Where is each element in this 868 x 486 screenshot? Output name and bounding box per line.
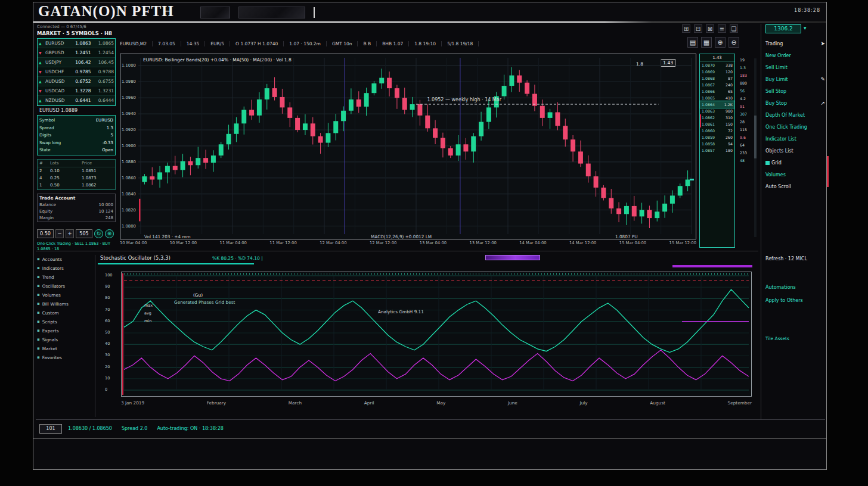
chart-toolbar-segment[interactable]: 14:35 <box>187 41 206 46</box>
oscillator-chart[interactable]: (Gu) Generated Phases Grid best Analytic… <box>121 272 752 397</box>
dom-row[interactable]: 1.086072 <box>700 127 734 134</box>
dom-row[interactable]: 1.08641.2K <box>700 101 734 108</box>
market-watch-row[interactable]: ▲EURUSD1.08631.0865 <box>38 39 115 48</box>
new-window-icon[interactable]: ❏ <box>730 24 738 33</box>
chart-toolbar-segment[interactable]: EURUSD,M2 <box>120 41 153 46</box>
dom-row[interactable]: 1.0863980 <box>700 108 734 114</box>
menu-item[interactable]: Grid <box>764 157 826 168</box>
navigator-item-label: Experts <box>42 326 59 335</box>
menu-item[interactable]: Indicator List <box>764 133 826 144</box>
oscillator-marker: avg <box>144 311 151 316</box>
dom-row[interactable]: 1.0870338 <box>700 62 734 68</box>
dom-price: 1.0863 <box>702 108 717 114</box>
menu-item[interactable]: New Order <box>764 50 826 61</box>
dom-row[interactable]: 1.086665 <box>700 88 734 95</box>
tile-icon[interactable]: ⊟ <box>694 24 702 33</box>
dom-row[interactable]: 1.0862310 <box>700 114 734 121</box>
menu-item[interactable]: Buy Limit✎ <box>764 74 826 85</box>
navigator-item[interactable]: ▪Bill Williams <box>37 300 93 309</box>
dom-row[interactable]: 1.085894 <box>700 141 734 147</box>
status-button[interactable]: 101 <box>39 424 62 434</box>
menu-item[interactable]: Trading➤ <box>764 38 826 49</box>
add-icon[interactable]: ⊕ <box>105 229 114 238</box>
dom-row[interactable]: 1.0869120 <box>700 68 734 75</box>
chart-toolbar-segment[interactable]: EUR/5 <box>210 41 230 46</box>
position-row[interactable]: 40.251.0873 <box>38 175 115 182</box>
navigator-item[interactable]: ▪Indicators <box>37 264 93 273</box>
chart-toolbar-segment[interactable]: GMT 10n <box>332 41 358 46</box>
navigator-item[interactable]: ▪Market <box>37 344 93 353</box>
title-bar: GATAN(O)N PFTH 18:38:28 <box>33 2 826 23</box>
market-watch-row[interactable]: ▲AUDUSD0.67520.6755 <box>38 77 115 86</box>
deviation-input[interactable]: 505 <box>76 229 92 238</box>
menu-item[interactable]: Sell Stop <box>764 86 826 96</box>
navigator-item[interactable]: ▪Favorites <box>37 353 93 362</box>
position-row[interactable]: 10.501.0862 <box>38 182 115 189</box>
dom-scrollbar[interactable] <box>754 58 757 237</box>
market-watch-row[interactable]: ▼USDCHF0.97850.9788 <box>38 67 115 77</box>
dom-price: 1.0859 <box>702 134 717 141</box>
menu-item[interactable]: Buy Stop↗ <box>764 98 826 108</box>
lot-increase-button[interactable]: + <box>66 229 74 238</box>
ask-price: 0.6444 <box>91 98 114 103</box>
chart-toolbar-segment[interactable]: O 1.0737 H 1.0740 <box>235 41 284 46</box>
dom-row[interactable]: 1.086887 <box>700 75 734 82</box>
navigator-item[interactable]: ▪Trend <box>37 273 93 282</box>
status-segment: Spread 2.0 <box>122 426 147 431</box>
toolbar-thumbnail[interactable] <box>200 7 230 18</box>
navigator-item[interactable]: ▪Volumes <box>37 291 93 300</box>
bid-price: 106.42 <box>68 60 91 65</box>
lot-decrease-button[interactable]: − <box>55 229 64 238</box>
chart-toolbar-segment[interactable]: B B <box>363 41 377 46</box>
dom-row[interactable]: 1.0857180 <box>700 147 734 154</box>
menu-item[interactable]: Refresh · 12 MICL <box>764 253 826 264</box>
symbol-name: EURUSD <box>45 40 68 46</box>
menu-item[interactable]: One Click Trading <box>764 122 826 132</box>
market-watch-row[interactable]: ▼USDCAD1.32281.3231 <box>38 86 115 96</box>
dom-scrollbar-thumb[interactable] <box>754 116 757 158</box>
chart-toolbar-segment[interactable]: 1.07 · 150.2m <box>289 41 327 46</box>
position-row[interactable]: 20.101.0851 <box>38 167 115 175</box>
oscillator-axis-label: 100 <box>105 273 112 278</box>
zoom-out-icon[interactable]: ⊖ <box>728 37 739 48</box>
menu-item[interactable]: Depth Of Market <box>764 110 826 120</box>
menu-item[interactable]: Volumes <box>764 169 826 180</box>
navigator-item[interactable]: ▪Signals <box>37 335 93 344</box>
menu-item[interactable]: Sell Limit <box>764 62 826 73</box>
chart-toolbar-segment[interactable]: BHB 1.07 <box>382 41 409 46</box>
dom-row[interactable]: 1.0861150 <box>700 121 734 127</box>
bar-chart-icon[interactable]: ▤ <box>687 37 698 48</box>
dom-row[interactable]: 1.0865410 <box>700 95 734 101</box>
one-click-trading-label[interactable]: One-Click Trading · SELL 1.0863 · BUY 1.… <box>37 241 116 251</box>
candlestick-chart[interactable]: 1.10001.09801.09601.09401.09201.09001.08… <box>120 54 696 239</box>
chart-toolbar-segment[interactable]: 1.8 19:10 <box>414 41 442 46</box>
grid-icon[interactable]: ⊞ <box>682 24 690 33</box>
market-watch-row[interactable]: ▲NZDUSD0.64410.6444 <box>38 96 115 105</box>
candle-chart-icon[interactable]: ▦ <box>701 37 712 48</box>
zoom-in-icon[interactable]: ⊕ <box>715 37 726 48</box>
oscillator-time-label: April <box>364 400 374 406</box>
chart-toolbar-segment[interactable]: 5/1.8 19/18 <box>447 41 479 46</box>
chart-toolbar-segment[interactable]: 7.03.05 <box>158 41 181 46</box>
navigator-item[interactable]: ▪Custom <box>37 309 93 317</box>
navigator-item[interactable]: ▪Accounts <box>37 255 93 264</box>
navigator-item[interactable]: ▪Scripts <box>37 317 93 326</box>
toolbar-thumbnail[interactable] <box>238 7 305 18</box>
market-watch-row[interactable]: ▲USDJPY106.42106.45 <box>38 58 115 67</box>
indicator-tab[interactable]: Stochastic Oscillator (5,3,3) <box>100 255 170 261</box>
menu-item[interactable]: Apply to Others <box>764 295 826 306</box>
navigator-item[interactable]: ▪Experts <box>37 326 93 335</box>
market-watch-row[interactable]: ▼GBPUSD1.24511.2454 <box>38 48 115 58</box>
dom-row[interactable]: 1.0867240 <box>700 82 734 88</box>
menu-item[interactable]: Auto Scroll <box>764 181 826 192</box>
navigator-item[interactable]: ▪Oscillators <box>37 282 93 291</box>
menu-scrollbar-thumb[interactable] <box>827 156 829 187</box>
list-icon[interactable]: ≡ <box>718 24 726 33</box>
menu-item[interactable]: Objects List <box>764 145 826 156</box>
dom-row[interactable]: 1.0859260 <box>700 134 734 141</box>
menu-footer-item[interactable]: Tile Assets <box>765 336 789 341</box>
refresh-icon[interactable]: ↻ <box>94 229 103 238</box>
lot-input[interactable]: 0.50 <box>37 229 54 238</box>
menu-item[interactable]: Automations <box>764 282 826 292</box>
cascade-icon[interactable]: ⊠ <box>706 24 714 33</box>
